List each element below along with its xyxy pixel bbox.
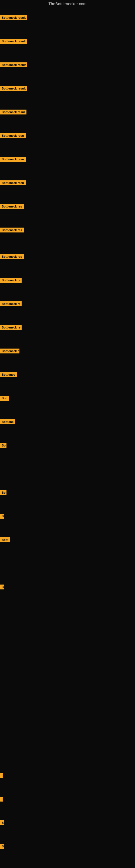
bottleneck-result-badge[interactable]: Bottleneck result [0, 62, 27, 67]
bottleneck-result-badge[interactable]: Bottleneck res [0, 227, 24, 232]
bottleneck-result-badge[interactable]: | [0, 797, 3, 802]
bottleneck-result-badge[interactable]: | [0, 773, 3, 778]
bottleneck-result-badge[interactable]: Bottleneck res [0, 204, 24, 209]
bottleneck-result-badge[interactable]: Bo [0, 490, 6, 495]
bottleneck-result-badge[interactable]: B [0, 514, 4, 519]
bottleneck-result-badge[interactable]: Bottl [0, 537, 10, 542]
site-title: TheBottlenecker.com [0, 0, 135, 8]
bottleneck-result-badge[interactable]: Bottleneck result [0, 39, 27, 44]
bottleneck-result-badge[interactable]: Bottlene [0, 420, 15, 424]
bottleneck-result-badge[interactable]: B [0, 844, 4, 849]
bottleneck-result-badge[interactable]: Bottlenec [0, 372, 17, 377]
bottleneck-result-badge[interactable]: Bottleneck resu [0, 157, 26, 162]
bottleneck-result-badge[interactable]: Bottleneck resu [0, 133, 26, 138]
bottleneck-result-badge[interactable]: Bottleneck re [0, 278, 21, 283]
bottleneck-result-badge[interactable]: Bottleneck res [0, 254, 24, 259]
bottleneck-result-badge[interactable]: Bottleneck result [0, 15, 27, 20]
bottleneck-result-badge[interactable]: Bottleneck resul [0, 110, 27, 115]
bottleneck-result-badge[interactable]: B [0, 820, 4, 825]
bottleneck-result-badge[interactable]: Bottleneck re [0, 325, 21, 330]
bottleneck-result-badge[interactable]: Bottleneck resu [0, 180, 26, 185]
bottleneck-result-badge[interactable]: Bott [0, 396, 9, 401]
bottleneck-result-badge[interactable]: Bottleneck result [0, 86, 27, 91]
bottleneck-result-badge[interactable]: B [0, 585, 4, 589]
bottleneck-result-badge[interactable]: Bottleneck re [0, 301, 21, 306]
bottleneck-result-badge[interactable]: Bottleneck r [0, 348, 19, 353]
bottleneck-result-badge[interactable]: Bo [0, 443, 6, 448]
